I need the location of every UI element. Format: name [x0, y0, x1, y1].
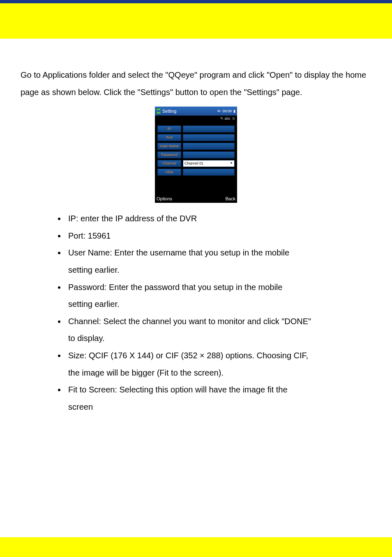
- text: " button to open the ": [170, 88, 247, 97]
- input-port[interactable]: [183, 134, 235, 141]
- text: QQeye: [168, 70, 194, 79]
- chevron-down-icon: ▼: [230, 160, 233, 167]
- item-size-cont: the image will be bigger (Fit to the scr…: [21, 364, 371, 382]
- bottom-yellow-bar: [0, 537, 392, 557]
- phone-time: 09:09: [222, 107, 232, 115]
- input-password[interactable]: [183, 151, 235, 158]
- phone-screenshot: Setting ✉ 09:09 ▮ ✎ abc 0 IP Port: [21, 107, 371, 203]
- text: the ": [122, 88, 141, 97]
- row-channel: Channel Channel 01 ▼: [157, 160, 235, 167]
- text: Go to: [21, 70, 41, 79]
- signal-icon: [157, 108, 161, 114]
- label-alias: Alias: [157, 169, 181, 176]
- item-password-cont: setting earlier.: [21, 296, 371, 313]
- phone-form: IP Port User Name Password Channel: [155, 121, 237, 195]
- top-yellow-bar: [0, 0, 392, 39]
- settings-list-3: Channel: Select the channel you want to …: [21, 313, 371, 330]
- row-alias: Alias: [157, 169, 235, 176]
- select-channel-value: Channel 01: [184, 160, 203, 167]
- list-item: Port: 15961: [66, 227, 371, 245]
- text: " to display: [290, 70, 330, 79]
- label-password: Password: [157, 151, 181, 158]
- item-password: Password: Enter the password that you se…: [68, 283, 282, 292]
- item-username-cont: setting earlier.: [21, 262, 371, 279]
- back-button[interactable]: Back: [226, 194, 235, 204]
- item-size: Size: QCIF (176 X 144) or CIF (352 × 288…: [68, 351, 308, 360]
- text: Open: [270, 70, 290, 79]
- settings-list-4: Size: QCIF (176 X 144) or CIF (352 × 288…: [21, 347, 371, 364]
- settings-list-5: Fit to Screen: Selecting this option wil…: [21, 381, 371, 399]
- phone-subbar: ✎ abc 0: [155, 116, 237, 121]
- input-alias[interactable]: [183, 169, 235, 176]
- label-username: User Name: [157, 143, 181, 150]
- text: Settings: [141, 88, 170, 97]
- row-port: Port: [157, 134, 235, 141]
- select-channel[interactable]: Channel 01 ▼: [183, 160, 235, 167]
- list-item: IP: enter the IP address of the DVR: [66, 210, 371, 227]
- label-port: Port: [157, 134, 181, 141]
- list-item: User Name: Enter the username that you s…: [66, 244, 371, 262]
- settings-list-2: Password: Enter the password that you se…: [21, 279, 371, 296]
- input-username[interactable]: [183, 143, 235, 150]
- text: and click ": [230, 70, 270, 79]
- item-channel: Channel: Select the channel you want to …: [68, 317, 311, 326]
- text: Settings: [247, 88, 277, 97]
- phone-title-text: Setting: [162, 107, 176, 116]
- item-channel-cont: to display.: [21, 330, 371, 347]
- options-button[interactable]: Options: [157, 194, 172, 204]
- list-item: Password: Enter the password that you se…: [66, 279, 371, 296]
- phone-footer: Options Back: [155, 195, 237, 203]
- text: ": [277, 88, 279, 97]
- intro-paragraph: Go to Applications folder and select the…: [21, 67, 371, 101]
- envelope-icon: ✉: [217, 107, 221, 115]
- row-username: User Name: [157, 143, 235, 150]
- item-fit-cont: screen: [21, 399, 371, 416]
- label-channel: Channel: [157, 160, 181, 167]
- text: page.: [281, 88, 302, 97]
- item-ip: IP: enter the IP address of the DVR: [68, 214, 197, 223]
- list-item: Fit to Screen: Selecting this option wil…: [66, 381, 371, 399]
- settings-list: IP: enter the IP address of the DVR Port…: [21, 210, 371, 262]
- battery-icon: ▮: [233, 107, 235, 115]
- phone-frame: Setting ✉ 09:09 ▮ ✎ abc 0 IP Port: [155, 107, 237, 203]
- item-fit: Fit to Screen: Selecting this option wil…: [68, 385, 288, 394]
- row-ip: IP: [157, 125, 235, 132]
- item-port: Port: 15961: [68, 231, 111, 240]
- item-username: User Name: Enter the username that you s…: [68, 248, 289, 257]
- list-item: Channel: Select the channel you want to …: [66, 313, 371, 330]
- row-password: Password: [157, 151, 235, 158]
- label-ip: IP: [157, 125, 181, 132]
- text: " program: [194, 70, 230, 79]
- page-content: Go to Applications folder and select the…: [0, 39, 392, 415]
- list-item: Size: QCIF (176 X 144) or CIF (352 × 288…: [66, 347, 371, 364]
- input-ip[interactable]: [183, 125, 235, 132]
- text: Applications folder and select the ": [42, 70, 168, 79]
